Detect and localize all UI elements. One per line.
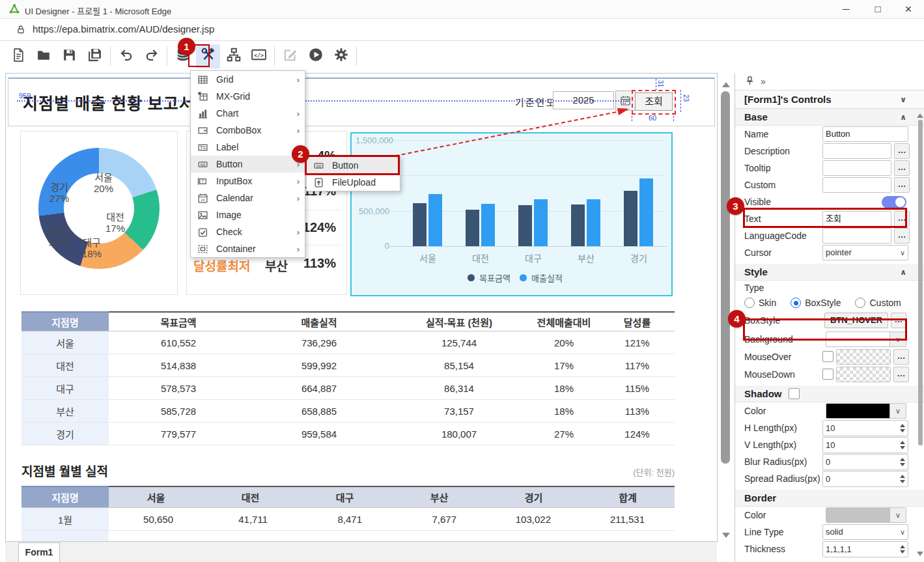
cursor-select[interactable]: pointer∨ [822, 245, 908, 260]
save-button[interactable] [57, 44, 81, 68]
blur-spinner[interactable]: 0 [822, 454, 908, 470]
menu-item-combobox[interactable]: ComboBox› [191, 122, 305, 139]
submenu-item-button[interactable]: GOButton [307, 157, 400, 174]
field-linetype: Line Type solid∨ [735, 524, 924, 541]
canvas-scrollbar[interactable] [721, 91, 730, 464]
menu-item-mx-grid[interactable]: MX-Grid [191, 88, 305, 105]
thickness-spinner[interactable]: 1,1,1,1 [822, 541, 908, 557]
component-tools-button[interactable] [196, 44, 220, 68]
shadow-checkbox[interactable] [789, 388, 800, 399]
description-ellipsis-button[interactable]: … [894, 143, 910, 159]
browser-url-bar[interactable]: https://epa.bimatrix.com/AUD/designer.js… [0, 19, 924, 41]
panel-scroll-up-icon[interactable] [917, 113, 923, 118]
minimize-button[interactable]: ─ [832, 0, 860, 18]
edit-button[interactable] [278, 44, 302, 68]
shadow-color-swatch-select[interactable]: ∨ [826, 403, 906, 419]
menu-item-image[interactable]: Image [191, 206, 305, 223]
open-folder-button[interactable] [32, 44, 56, 68]
monthly-table[interactable]: 지점명서울대전대구부산경기합계1월50,65041,7118,4717,6771… [21, 486, 675, 542]
description-input[interactable] [822, 143, 891, 159]
donut-label-0: 서울20% [83, 172, 124, 194]
menu-item-button[interactable]: GOButton› [191, 156, 305, 173]
panel-scrollbar[interactable] [918, 120, 923, 445]
hlength-spinner[interactable]: 10 [822, 420, 908, 436]
languagecode-ellipsis-button[interactable]: … [894, 228, 910, 244]
code-view-button[interactable]: </> [247, 44, 271, 68]
field-text: Text 조회… [735, 210, 924, 227]
submenu-item-fileupload[interactable]: FileUpload [307, 174, 400, 191]
hierarchy-button[interactable] [221, 44, 245, 68]
menu-item-combobox-label: ComboBox [216, 125, 261, 135]
menu-item-calendar[interactable]: 24Calendar› [191, 190, 305, 206]
tooltip-ellipsis-button[interactable]: … [894, 160, 910, 176]
text-input[interactable]: 조회 [822, 211, 891, 227]
background-swatch-select[interactable]: ∨ [826, 331, 906, 347]
field-blur: Blur Radius(px) 0 [735, 453, 924, 470]
maximize-button[interactable]: □ [863, 0, 892, 18]
calendar-icon: 24 [197, 193, 208, 204]
close-button[interactable]: × [894, 0, 923, 18]
radio-skin[interactable]: Skin [744, 298, 776, 308]
table-cell: 20% [528, 331, 600, 354]
canvas-scroll-up-icon[interactable] [722, 82, 730, 87]
radio-custom[interactable]: Custom [855, 298, 901, 308]
boxstyle-value-button[interactable]: BTN_HOVER [824, 313, 888, 328]
redo-button[interactable] [139, 44, 163, 68]
boxstyle-ellipsis-button[interactable]: … [891, 313, 906, 328]
mousedown-swatch[interactable] [836, 367, 891, 382]
panel-topbar: » [735, 73, 924, 90]
new-document-button[interactable] [7, 44, 31, 68]
section-style[interactable]: Style ∧ [735, 264, 924, 281]
mouseover-checkbox[interactable] [822, 351, 833, 362]
pin-icon[interactable] [746, 76, 754, 87]
design-canvas[interactable]: 959 지점별 매출 현황 보고서 기준연도 2025 조회 31 23 60 … [5, 73, 718, 542]
image-icon [197, 210, 208, 221]
menu-item-chart[interactable]: Chart› [191, 105, 305, 122]
menu-item-button-label: Button [216, 159, 242, 169]
bar-목표금액-경기 [624, 191, 637, 246]
text-ellipsis-button[interactable]: … [894, 211, 910, 227]
mousedown-checkbox[interactable] [822, 369, 833, 380]
menu-item-container[interactable]: Container› [191, 240, 305, 257]
submenu-arrow-icon: › [297, 109, 300, 119]
menu-item-check[interactable]: Check› [191, 223, 305, 240]
chevron-up-icon: ∧ [900, 113, 906, 122]
base-year-input[interactable]: 2025 [553, 91, 614, 109]
legend-dot-icon [468, 274, 475, 281]
table-cell: 125,744 [390, 331, 528, 354]
donut-chart-panel[interactable]: 서울20%대전17%대구18%부산18%경기27% [20, 131, 178, 295]
border-color-swatch-select[interactable]: ∨ [826, 507, 906, 523]
settings-button[interactable] [329, 44, 353, 68]
section-base[interactable]: Base ∧ [735, 109, 924, 126]
linetype-select[interactable]: solid∨ [822, 524, 908, 540]
menu-item-label-label: Label [216, 142, 238, 152]
section-shadow[interactable]: Shadow [735, 386, 924, 402]
custom-input[interactable] [822, 177, 891, 193]
save-all-button[interactable] [83, 44, 107, 68]
run-button[interactable] [303, 44, 328, 68]
menu-item-grid[interactable]: Grid› [191, 71, 305, 88]
mousedown-ellipsis-button[interactable]: … [893, 367, 909, 382]
vlength-spinner[interactable]: 10 [822, 437, 908, 453]
panel-scroll-down-icon[interactable] [917, 552, 923, 556]
menu-item-label[interactable]: TLabel [191, 139, 305, 156]
spread-spinner[interactable]: 0 [822, 471, 908, 487]
mouseover-swatch[interactable] [836, 349, 891, 365]
canvas-scroll-down-icon[interactable] [722, 533, 730, 538]
section-border[interactable]: Border [735, 490, 924, 507]
visible-toggle[interactable] [882, 196, 906, 208]
radio-boxstyle[interactable]: BoxStyle [791, 298, 841, 308]
tooltip-input[interactable] [822, 160, 891, 176]
panel-header[interactable]: [Form1]'s Controls ∨ [735, 90, 924, 109]
collapse-panel-icon[interactable]: » [761, 76, 766, 87]
languagecode-input[interactable] [822, 228, 891, 244]
menu-item-inputbox[interactable]: TInputBox› [191, 173, 305, 190]
custom-ellipsis-button[interactable]: … [894, 177, 910, 193]
undo-button[interactable] [114, 44, 138, 68]
tab-form1[interactable]: Form1 [18, 542, 60, 562]
table-cell: 1월 [21, 508, 109, 531]
mouseover-ellipsis-button[interactable]: … [893, 349, 909, 365]
summary-table[interactable]: 지점명목표금액매출실적실적-목표 (천원)전체매출대비달성률서울610,5527… [21, 311, 675, 445]
name-input[interactable]: Button [822, 126, 908, 142]
section-style-label: Style [744, 266, 768, 277]
